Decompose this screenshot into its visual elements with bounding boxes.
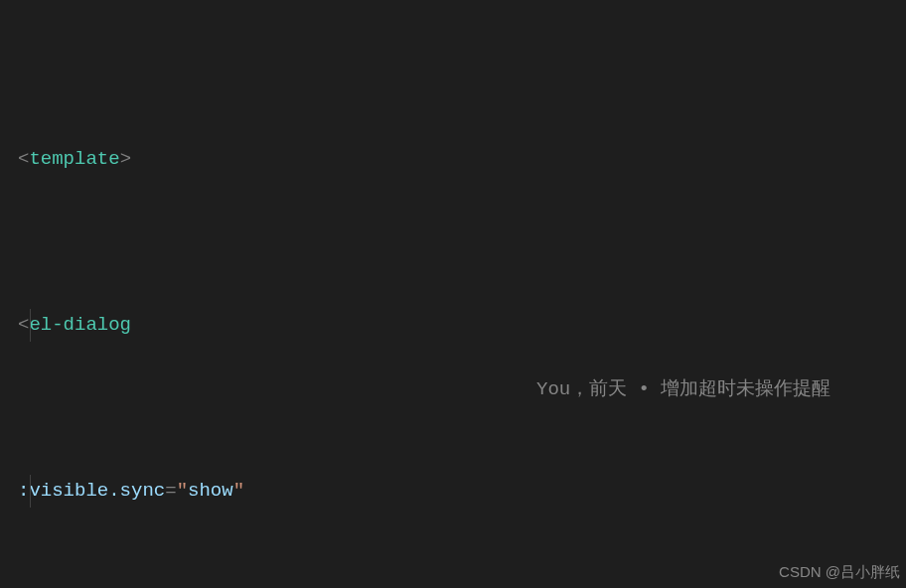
attr-visible-sync: :visible.sync xyxy=(18,475,165,508)
blame-author: You xyxy=(536,378,570,400)
code-line[interactable]: :visible.sync="show" xyxy=(0,475,906,508)
code-line[interactable]: <template> xyxy=(0,143,906,176)
blame-message: 增加超时未操作提醒 xyxy=(661,378,830,400)
git-blame-annotation[interactable]: You，前天 • 增加超时未操作提醒 xyxy=(536,375,830,401)
code-editor[interactable]: <template> <el-dialog :visible.sync="sho… xyxy=(0,0,906,588)
tag-template: template xyxy=(29,143,119,176)
blame-time: 前天 xyxy=(589,378,627,400)
code-line[interactable]: <el-dialog xyxy=(0,309,906,342)
tag-el-dialog: el-dialog xyxy=(29,309,131,342)
watermark: CSDN @吕小胖纸 xyxy=(779,563,900,582)
